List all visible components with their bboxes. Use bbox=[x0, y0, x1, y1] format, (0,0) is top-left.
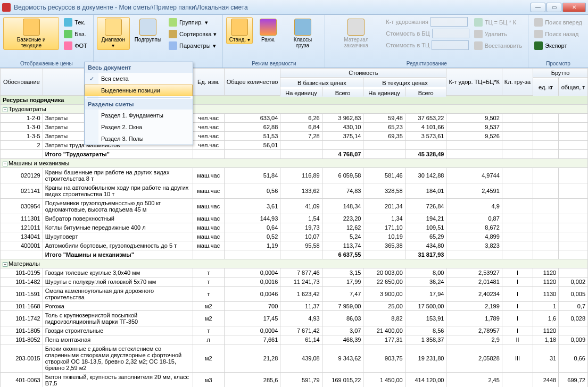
range-button[interactable]: Диапазон ▾ bbox=[97, 17, 130, 50]
minimize-button[interactable]: — bbox=[531, 3, 545, 12]
cell: 9,526 bbox=[446, 132, 502, 141]
table-row[interactable]: 101-1482Шурупы с полукруглой головкой 5х… bbox=[1, 277, 588, 287]
delete-button: Удалить bbox=[471, 29, 525, 39]
th-brutto[interactable]: Брутто bbox=[533, 69, 588, 78]
cell: 2,4591 bbox=[446, 183, 502, 199]
dd-section-1[interactable]: Раздел 1. Фундаменты bbox=[85, 110, 193, 121]
cell bbox=[533, 168, 559, 183]
cell: 109,51 bbox=[405, 223, 446, 232]
cell: 1,34 bbox=[363, 214, 405, 223]
th-unit[interactable]: На единицу bbox=[363, 88, 405, 97]
search-back-button: Поиск назад bbox=[532, 29, 585, 39]
cell: 633,04 bbox=[224, 114, 280, 123]
dd-all-estimate[interactable]: Вся смета bbox=[85, 73, 193, 85]
maximize-button[interactable]: ▭ bbox=[546, 3, 561, 12]
ranked-button[interactable]: Ранж. bbox=[255, 17, 281, 44]
cargo-classes-button[interactable]: Классы груза bbox=[284, 17, 321, 50]
th-kt[interactable]: К-т удор. ТЦ=БЦ*К bbox=[446, 69, 502, 96]
cell: 430,10 bbox=[322, 123, 363, 132]
cell: чел.час bbox=[193, 141, 224, 150]
table-row[interactable]: 101-1742Толь с крупнозернистой посыпкой … bbox=[1, 311, 588, 326]
cell bbox=[559, 168, 588, 183]
cell: 11,37 bbox=[280, 302, 322, 311]
th-total[interactable]: Всего bbox=[322, 88, 363, 97]
th-ed[interactable]: Ед. изм. bbox=[193, 69, 224, 96]
cell: 903,75 bbox=[363, 344, 405, 373]
subgroup-row[interactable]: −Машины и механизмы bbox=[1, 159, 588, 168]
prices-fot-button[interactable]: ФОТ bbox=[61, 40, 90, 51]
cell: 0,028 bbox=[559, 311, 588, 326]
cell: I bbox=[502, 268, 533, 277]
th-unit[interactable]: На единицу bbox=[280, 88, 322, 97]
th-obosnov[interactable]: Обоснование bbox=[1, 69, 43, 96]
th-tek[interactable]: В текущих ценах bbox=[363, 78, 446, 87]
cell: Бетон тяжелый, крупность заполнителя 20 … bbox=[43, 373, 193, 388]
subgroup-row[interactable]: −Материалы bbox=[1, 259, 588, 268]
table-row[interactable]: 134041Шуруповертмаш.час0,52 10,075,2410,… bbox=[1, 232, 588, 241]
cell: 144,93 bbox=[224, 214, 280, 223]
cell bbox=[559, 214, 588, 223]
table-icon bbox=[231, 19, 248, 36]
cell: 1-3-0 bbox=[1, 123, 43, 132]
table-row[interactable]: 111301Вибратор поверхностныймаш.час144,9… bbox=[1, 214, 588, 223]
close-button[interactable]: ✕ bbox=[562, 3, 586, 12]
cell: 101-1742 bbox=[1, 311, 43, 326]
table-row[interactable]: 101-1668Рогожам2700 11,377 959,0025,0017… bbox=[1, 302, 588, 311]
th-ek[interactable]: ед. кг bbox=[533, 78, 559, 96]
table-row[interactable]: 121011Котлы битумные передвижные 400 лма… bbox=[1, 223, 588, 232]
customer-material-button: Материал заказчика bbox=[328, 17, 384, 50]
th-qty[interactable]: Общее количество bbox=[224, 69, 280, 96]
cell: 184,01 bbox=[405, 183, 446, 199]
cell: 59,48 bbox=[363, 114, 405, 123]
sort-button[interactable]: Сортировка ▾ bbox=[166, 29, 219, 39]
table-row[interactable]: 101-1805Гвозди строительныет0,0004 7 671… bbox=[1, 326, 588, 335]
cell: 148,34 bbox=[322, 199, 363, 214]
th-cost[interactable]: Стоимость bbox=[280, 69, 446, 78]
subgroups-button[interactable]: Подгруппы bbox=[132, 17, 164, 44]
export-button[interactable]: Экспорт bbox=[532, 40, 585, 51]
dd-selected-positions[interactable]: Выделенные позиции bbox=[85, 85, 193, 96]
cell: 030954 bbox=[1, 199, 43, 214]
prices-tek-button[interactable]: Тек. bbox=[61, 17, 90, 28]
params-button[interactable]: Параметры ▾ bbox=[166, 40, 219, 51]
cell: 101-0195 bbox=[1, 268, 43, 277]
dd-section-2[interactable]: Раздел 2. Окна bbox=[85, 121, 193, 133]
th-ot[interactable]: общая, т bbox=[559, 78, 588, 96]
cell: 2,199 bbox=[446, 302, 502, 311]
group-button[interactable]: Группир. ▾ bbox=[166, 17, 219, 28]
cell: 1,789 bbox=[446, 311, 502, 326]
window-title: Ведомость ресурсов в документе - Мои сме… bbox=[14, 4, 531, 11]
table-row[interactable]: 101-1591Смола каменноугольная для дорожн… bbox=[1, 287, 588, 302]
cell: 2,45 bbox=[446, 373, 502, 388]
cell: Гвозди строительные bbox=[43, 326, 193, 335]
table-row[interactable]: 401-0063Бетон тяжелый, крупность заполни… bbox=[1, 373, 588, 388]
prices-baz-button[interactable]: Баз. bbox=[61, 29, 90, 39]
collapse-icon[interactable]: − bbox=[3, 262, 7, 267]
prices-both-button[interactable]: Базисные и текущие bbox=[3, 17, 59, 50]
th-total[interactable]: Всего bbox=[405, 88, 446, 97]
th-kl[interactable]: Кл. гру-за bbox=[502, 69, 533, 96]
cell: 20 003,00 bbox=[363, 268, 405, 277]
dd-section-3[interactable]: Раздел 3. Полы bbox=[85, 133, 193, 145]
table-row[interactable]: 203-0015Блоки оконные с двойным остеклен… bbox=[1, 344, 588, 373]
table-row[interactable]: 021141Краны на автомобильном ходу при ра… bbox=[1, 183, 588, 199]
cell: 8,672 bbox=[446, 223, 502, 232]
cell: 0,002 bbox=[559, 277, 588, 287]
cell: I bbox=[502, 326, 533, 335]
table-row[interactable]: 030954Подъемники грузоподъемностью до 50… bbox=[1, 199, 588, 214]
table-row[interactable]: 400001Автомобили бортовые, грузоподъемно… bbox=[1, 241, 588, 250]
cell: 1-2-0 bbox=[1, 114, 43, 123]
standard-mode-button[interactable]: Станд. ▾ bbox=[226, 17, 253, 44]
cell: 1130 bbox=[533, 287, 559, 302]
tc-formula-button: ТЦ = БЦ * К bbox=[471, 17, 525, 28]
table-row[interactable]: 101-0195Гвозди толевые круглые 3,0х40 мм… bbox=[1, 268, 588, 277]
dd-header: Разделы сметы bbox=[85, 99, 193, 110]
collapse-icon[interactable]: − bbox=[3, 162, 7, 166]
cell: Блоки оконные с двойным остеклением со с… bbox=[43, 344, 193, 373]
total-row: Итого "Машины и механизмы"6 637,5531 817… bbox=[1, 250, 588, 259]
th-baz[interactable]: В базисных ценах bbox=[280, 78, 363, 87]
collapse-icon[interactable]: − bbox=[3, 107, 7, 112]
table-row[interactable]: 101-8052Пена монтажнаял7,661 61,14468,39… bbox=[1, 335, 588, 344]
cell: 2,53927 bbox=[446, 268, 502, 277]
table-row[interactable]: 020129Краны башенные при работе на други… bbox=[1, 168, 588, 183]
